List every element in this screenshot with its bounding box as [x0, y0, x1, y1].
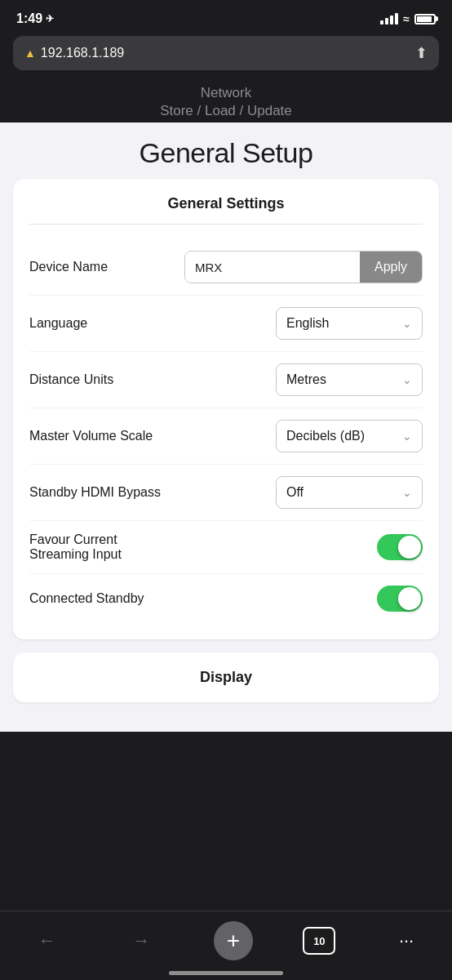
page-title: General Setup — [16, 137, 436, 169]
status-left: 1:49 ✈ — [16, 11, 54, 26]
favour-streaming-row: Favour Current Streaming Input — [29, 521, 423, 574]
store-nav-link[interactable]: Store / Load / Update — [0, 103, 452, 119]
forward-button[interactable]: → — [119, 924, 163, 958]
distance-units-row: Distance Units Metres ⌄ — [29, 352, 423, 408]
master-volume-chevron-icon: ⌄ — [402, 430, 412, 443]
display-card-title: Display — [29, 669, 423, 686]
language-value: English — [286, 316, 329, 331]
master-volume-value: Decibels (dB) — [286, 429, 365, 443]
bottom-toolbar: ← → + 10 ··· — [0, 911, 452, 980]
wifi-icon: ≈ — [403, 12, 410, 25]
device-name-row: Device Name Apply — [29, 239, 423, 296]
status-right: ≈ — [380, 12, 436, 25]
distance-units-chevron-icon: ⌄ — [402, 373, 412, 386]
battery-icon — [414, 14, 436, 24]
standby-hdmi-chevron-icon: ⌄ — [402, 486, 412, 499]
add-button[interactable]: + — [214, 921, 253, 960]
toggle-knob — [398, 536, 421, 559]
device-name-control: Apply — [184, 251, 423, 283]
master-volume-select[interactable]: Decibels (dB) ⌄ — [276, 420, 423, 452]
connected-standby-toggle[interactable] — [377, 586, 423, 612]
location-icon: ✈ — [46, 13, 54, 24]
back-button[interactable]: ← — [25, 924, 69, 958]
standby-hdmi-select[interactable]: Off ⌄ — [276, 476, 423, 509]
network-nav-link[interactable]: Network — [0, 85, 452, 101]
tabs-button[interactable]: 10 — [303, 927, 335, 955]
language-select[interactable]: English ⌄ — [276, 307, 423, 340]
url-bar-left: ▲ 192.168.1.189 — [24, 46, 124, 60]
url-warning-icon: ▲ — [24, 47, 36, 60]
device-name-input[interactable] — [185, 252, 360, 283]
standby-hdmi-row: Standby HDMI Bypass Off ⌄ — [29, 465, 423, 521]
connected-standby-row: Connected Standby — [29, 574, 423, 623]
page-title-container: General Setup — [0, 122, 452, 179]
toggle-knob-2 — [398, 587, 421, 610]
general-settings-title: General Settings — [29, 195, 423, 225]
home-indicator — [169, 971, 283, 975]
language-chevron-icon: ⌄ — [402, 317, 412, 330]
favour-streaming-label: Favour Current Streaming Input — [29, 532, 377, 562]
main-content: General Settings Device Name Apply Langu… — [0, 179, 452, 732]
language-row: Language English ⌄ — [29, 296, 423, 352]
signal-bars-icon — [380, 13, 398, 24]
favour-streaming-toggle[interactable] — [377, 534, 423, 560]
distance-units-value: Metres — [286, 372, 326, 387]
apply-button[interactable]: Apply — [360, 252, 422, 283]
time-display: 1:49 — [16, 11, 42, 26]
tabs-count: 10 — [313, 935, 325, 947]
more-button[interactable]: ··· — [386, 924, 427, 958]
url-text: 192.168.1.189 — [41, 46, 124, 60]
distance-units-label: Distance Units — [29, 372, 276, 387]
master-volume-label: Master Volume Scale — [29, 429, 276, 443]
standby-hdmi-value: Off — [286, 485, 304, 500]
connected-standby-label: Connected Standby — [29, 591, 377, 606]
device-name-label: Device Name — [29, 260, 184, 274]
master-volume-row: Master Volume Scale Decibels (dB) ⌄ — [29, 408, 423, 465]
distance-units-select[interactable]: Metres ⌄ — [276, 363, 423, 396]
display-card: Display — [13, 653, 439, 702]
status-bar: 1:49 ✈ ≈ — [0, 0, 452, 33]
share-icon[interactable]: ⬆ — [415, 44, 428, 62]
nav-links: Network Store / Load / Update — [0, 78, 452, 122]
url-bar[interactable]: ▲ 192.168.1.189 ⬆ — [13, 36, 439, 70]
general-settings-card: General Settings Device Name Apply Langu… — [13, 179, 439, 639]
standby-hdmi-label: Standby HDMI Bypass — [29, 485, 276, 500]
url-bar-container: ▲ 192.168.1.189 ⬆ — [0, 33, 452, 78]
language-label: Language — [29, 316, 276, 331]
